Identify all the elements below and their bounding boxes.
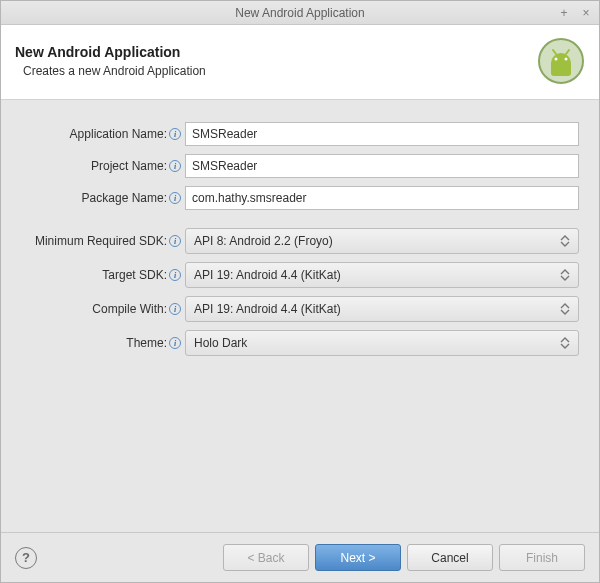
wizard-banner: New Android Application Creates a new An… [1, 25, 599, 100]
info-icon[interactable]: i [169, 160, 181, 172]
banner-subtitle: Creates a new Android Application [15, 64, 206, 78]
application-name-input[interactable] [185, 122, 579, 146]
info-icon[interactable]: i [169, 235, 181, 247]
package-name-input[interactable] [185, 186, 579, 210]
label-package-name: Package Name: [82, 191, 167, 205]
back-button[interactable]: < Back [223, 544, 309, 571]
form-area: Application Name: i Project Name: i Pack… [1, 100, 599, 532]
help-icon[interactable]: ? [15, 547, 37, 569]
close-icon[interactable]: × [579, 6, 593, 20]
label-min-sdk: Minimum Required SDK: [35, 234, 167, 248]
row-min-sdk: Minimum Required SDK: i API 8: Android 2… [9, 228, 579, 254]
label-project-name: Project Name: [91, 159, 167, 173]
info-icon[interactable]: i [169, 303, 181, 315]
finish-button[interactable]: Finish [499, 544, 585, 571]
dropdown-spin-icon [560, 265, 574, 285]
theme-value: Holo Dark [194, 336, 247, 350]
row-project-name: Project Name: i [9, 154, 579, 178]
info-icon[interactable]: i [169, 192, 181, 204]
row-package-name: Package Name: i [9, 186, 579, 210]
window-title: New Android Application [235, 6, 364, 20]
button-bar: ? < Back Next > Cancel Finish [1, 532, 599, 582]
svg-point-2 [565, 58, 568, 61]
android-icon [537, 37, 585, 85]
info-icon[interactable]: i [169, 269, 181, 281]
window-controls: + × [557, 1, 593, 25]
label-theme: Theme: [126, 336, 167, 350]
banner-heading: New Android Application [15, 44, 206, 60]
target-sdk-select[interactable]: API 19: Android 4.4 (KitKat) [185, 262, 579, 288]
project-name-input[interactable] [185, 154, 579, 178]
maximize-icon[interactable]: + [557, 6, 571, 20]
row-target-sdk: Target SDK: i API 19: Android 4.4 (KitKa… [9, 262, 579, 288]
compile-with-value: API 19: Android 4.4 (KitKat) [194, 302, 341, 316]
compile-with-select[interactable]: API 19: Android 4.4 (KitKat) [185, 296, 579, 322]
row-application-name: Application Name: i [9, 122, 579, 146]
theme-select[interactable]: Holo Dark [185, 330, 579, 356]
titlebar: New Android Application + × [1, 1, 599, 25]
min-sdk-value: API 8: Android 2.2 (Froyo) [194, 234, 333, 248]
svg-point-1 [555, 58, 558, 61]
cancel-button[interactable]: Cancel [407, 544, 493, 571]
min-sdk-select[interactable]: API 8: Android 2.2 (Froyo) [185, 228, 579, 254]
row-theme: Theme: i Holo Dark [9, 330, 579, 356]
label-target-sdk: Target SDK: [102, 268, 167, 282]
label-application-name: Application Name: [70, 127, 167, 141]
banner-text: New Android Application Creates a new An… [15, 44, 206, 78]
row-compile-with: Compile With: i API 19: Android 4.4 (Kit… [9, 296, 579, 322]
target-sdk-value: API 19: Android 4.4 (KitKat) [194, 268, 341, 282]
dropdown-spin-icon [560, 299, 574, 319]
dialog-window: New Android Application + × New Android … [0, 0, 600, 583]
info-icon[interactable]: i [169, 337, 181, 349]
dropdown-spin-icon [560, 231, 574, 251]
dropdown-spin-icon [560, 333, 574, 353]
info-icon[interactable]: i [169, 128, 181, 140]
next-button[interactable]: Next > [315, 544, 401, 571]
label-compile-with: Compile With: [92, 302, 167, 316]
